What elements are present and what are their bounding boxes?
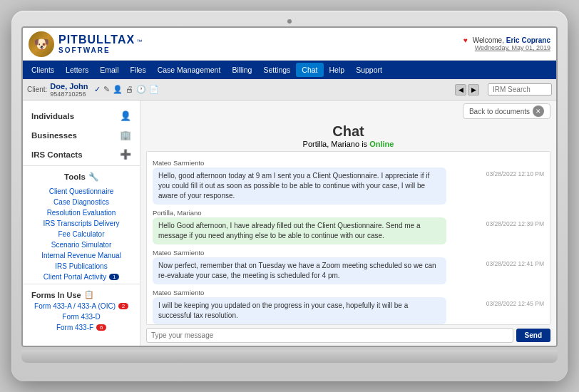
msg-bubble-2: Now perfect, remember that on Tuesday we… xyxy=(153,257,446,284)
sidebar-tool-portal[interactable]: Client Portal Activity 1 xyxy=(23,272,140,282)
chat-input-area: Send xyxy=(140,325,556,346)
date-text: Wednesday, May 01, 2019 xyxy=(475,44,550,51)
nav-letters[interactable]: Letters xyxy=(60,63,94,77)
chat-subtitle-prefix: Portilla, Mariano is xyxy=(303,140,370,148)
app: 🐶 PITBULLTAX ™ SOFTWARE ♥ Welcome, Eric … xyxy=(23,28,556,346)
nav-email[interactable]: Email xyxy=(94,63,124,77)
next-arrow[interactable]: ▶ xyxy=(468,84,479,96)
logo-text: PITBULLTAX ™ SOFTWARE xyxy=(58,33,142,54)
chat-online-status: Online xyxy=(369,140,394,148)
welcome-name: Eric Copranc xyxy=(506,36,550,44)
sidebar-tool-publications[interactable]: IRS Publications xyxy=(23,261,140,272)
tools-label: Tools xyxy=(64,172,86,181)
sidebar-tool-irm[interactable]: Internal Revenue Manual xyxy=(23,250,140,261)
nav-chat[interactable]: Chat xyxy=(296,63,323,77)
sidebar-form-433f[interactable]: Form 433-F 6 xyxy=(23,322,140,333)
sidebar-tool-questionnaire[interactable]: Client Questionnaire xyxy=(23,186,140,197)
msg-row-3: I will be keeping you updated on the pro… xyxy=(153,297,544,324)
navigation: Clients Letters Email Files Case Managem… xyxy=(23,61,556,79)
msg-bubble-0: Hello, good afternoon today at 9 am I se… xyxy=(153,167,446,205)
laptop-camera xyxy=(287,19,292,24)
client-bar: Client: Doe, John 9548710256 ✓ ✎ 👤 🖨 🕐 📄… xyxy=(23,79,556,100)
edit-icon[interactable]: ✎ xyxy=(103,85,110,94)
nav-billing[interactable]: Billing xyxy=(226,63,257,77)
sidebar-item-businesses[interactable]: Businesses 🏢 xyxy=(23,125,140,145)
send-button[interactable]: Send xyxy=(516,329,550,342)
msg-time-3: 03/28/2022 12:45 PM xyxy=(486,297,544,307)
heart-icon: ♥ xyxy=(463,36,468,44)
logo-mascot: 🐶 xyxy=(29,31,54,57)
individuals-label: Individuals xyxy=(31,112,74,120)
sidebar-tool-scenario[interactable]: Scenario Simulator xyxy=(23,239,140,250)
sidebar-item-individuals[interactable]: Individuals 👤 xyxy=(23,106,140,125)
sidebar-divider-1 xyxy=(23,165,140,166)
nav-arrows: ◀ ▶ xyxy=(455,84,479,96)
msg-row-0: Hello, good afternoon today at 9 am I se… xyxy=(153,167,544,205)
nav-clients[interactable]: Clients xyxy=(26,63,60,77)
print-icon[interactable]: 🖨 xyxy=(125,85,133,94)
msg-time-1: 03/28/2022 12:39 PM xyxy=(486,217,544,227)
msg-sender-0: Mateo Sarmiento xyxy=(153,159,544,167)
welcome-text: Welcome, xyxy=(473,36,506,44)
msg-time-2: 03/28/2022 12:41 PM xyxy=(486,257,544,267)
msg-row-1: Hello Good afternoon, I have already fil… xyxy=(153,217,544,244)
msg-row-2: Now perfect, remember that on Tuesday we… xyxy=(153,257,544,284)
sidebar-form-433a-oic[interactable]: Form 433-A / 433-A (OIC) 2 xyxy=(23,301,140,311)
sidebar-tool-diagnostics[interactable]: Case Diagnostics xyxy=(23,197,140,207)
header-right: ♥ Welcome, Eric Copranc Wednesday, May 0… xyxy=(463,36,550,51)
sidebar-divider-2 xyxy=(23,284,140,284)
chat-message-input[interactable] xyxy=(146,328,513,343)
laptop-base xyxy=(21,350,558,363)
nav-files[interactable]: Files xyxy=(124,63,151,77)
logo-area: 🐶 PITBULLTAX ™ SOFTWARE xyxy=(29,31,142,57)
client-label: Client: xyxy=(27,86,47,93)
msg-sender-1: Portilla, Mariano xyxy=(153,209,544,217)
back-to-docs-button[interactable]: Back to documents ✕ xyxy=(463,103,550,119)
prev-arrow[interactable]: ◀ xyxy=(455,84,466,96)
chat-back-bar: Back to documents ✕ xyxy=(140,100,556,122)
main-content: Individuals 👤 Businesses 🏢 IRS Contacts … xyxy=(23,100,556,346)
irs-icon: ➕ xyxy=(120,149,131,160)
msg-bubble-3: I will be keeping you updated on the pro… xyxy=(153,297,446,324)
chat-title: Chat xyxy=(140,123,556,140)
forms-icon: 📋 xyxy=(84,290,94,299)
chat-messages[interactable]: Mateo Sarmiento Hello, good afternoon to… xyxy=(146,151,550,325)
sidebar: Individuals 👤 Businesses 🏢 IRS Contacts … xyxy=(23,100,140,346)
nav-case-management[interactable]: Case Management xyxy=(152,63,227,77)
msg-time-0: 03/28/2022 12:10 PM xyxy=(486,167,544,177)
client-name: Doe, John xyxy=(50,82,88,91)
chat-area: Back to documents ✕ Chat Portilla, Maria… xyxy=(140,100,556,346)
nav-support[interactable]: Support xyxy=(350,63,388,77)
person-icon[interactable]: 👤 xyxy=(113,85,123,94)
sidebar-tools-header: Tools 🔧 xyxy=(23,167,140,186)
msg-sender-3: Mateo Sarmiento xyxy=(153,289,544,296)
document-icon[interactable]: 📄 xyxy=(149,85,159,94)
sidebar-tool-resolution[interactable]: Resolution Evaluation xyxy=(23,207,140,218)
portal-badge: 1 xyxy=(109,274,119,280)
sidebar-tool-fee-calc[interactable]: Fee Calculator xyxy=(23,229,140,239)
sidebar-item-irs-contacts[interactable]: IRS Contacts ➕ xyxy=(23,145,140,164)
logo-pitbull: PITBULLTAX xyxy=(58,33,135,46)
sidebar-form-433d[interactable]: Form 433-D xyxy=(23,311,140,322)
msg-sender-2: Mateo Sarmiento xyxy=(153,249,544,257)
sidebar-tool-transcripts[interactable]: IRS Transcripts Delivery xyxy=(23,218,140,229)
nav-help[interactable]: Help xyxy=(324,63,351,77)
forms-in-use-label: Forms In Use 📋 xyxy=(23,286,140,301)
logo-software: SOFTWARE xyxy=(58,46,142,54)
irs-contacts-label: IRS Contacts xyxy=(31,150,83,159)
welcome-line: ♥ Welcome, Eric Copranc xyxy=(463,36,550,44)
laptop-screen: 🐶 PITBULLTAX ™ SOFTWARE ♥ Welcome, Eric … xyxy=(21,26,558,347)
nav-settings[interactable]: Settings xyxy=(257,63,296,77)
client-id: 9548710256 xyxy=(50,91,88,98)
business-icon: 🏢 xyxy=(120,130,131,140)
irm-search-input[interactable] xyxy=(488,83,552,96)
checkmark-icon[interactable]: ✓ xyxy=(94,85,101,94)
clock-icon[interactable]: 🕐 xyxy=(136,85,146,94)
tools-icon: 🔧 xyxy=(88,172,98,182)
businesses-label: Businesses xyxy=(31,131,77,140)
close-icon[interactable]: ✕ xyxy=(533,105,544,117)
person-sidebar-icon: 👤 xyxy=(120,110,131,121)
client-icons: ✓ ✎ 👤 🖨 🕐 📄 xyxy=(94,85,159,94)
client-info: Doe, John 9548710256 xyxy=(50,82,88,98)
back-to-docs-label: Back to documents xyxy=(469,108,530,115)
